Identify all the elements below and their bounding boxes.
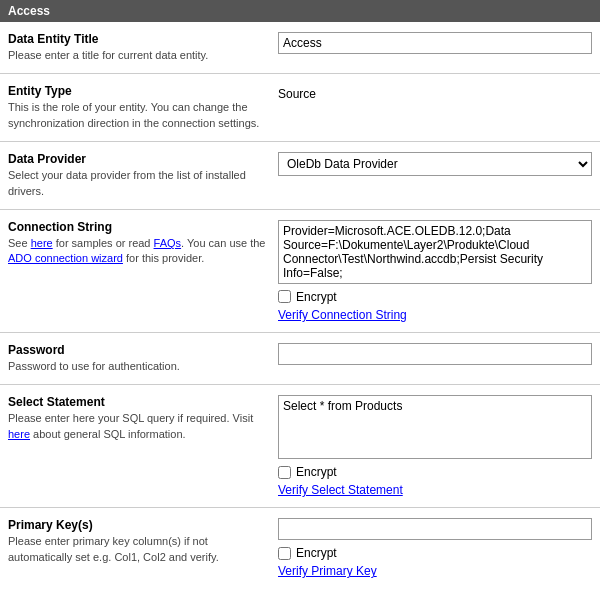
title-bar-label: Access <box>8 4 50 18</box>
encrypt-checkbox-select[interactable] <box>278 466 291 479</box>
input-col-select-statement: Select * from Products Encrypt Verify Se… <box>278 395 592 497</box>
label-primary-keys: Primary Key(s) Please enter primary key … <box>8 518 278 565</box>
here-link-connection[interactable]: here <box>31 237 53 249</box>
label-desc-data-provider: Select your data provider from the list … <box>8 168 268 199</box>
row-connection-string: Connection String See here for samples o… <box>0 210 600 333</box>
input-col-entity-type: Source <box>278 84 592 101</box>
encrypt-label-primary: Encrypt <box>296 546 337 560</box>
form-container: Data Entity Title Please enter a title f… <box>0 22 600 588</box>
encrypt-row-select: Encrypt <box>278 465 592 479</box>
label-desc-primary-keys: Please enter primary key column(s) if no… <box>8 534 268 565</box>
label-title-data-provider: Data Provider <box>8 152 268 166</box>
entity-type-value: Source <box>278 84 592 101</box>
row-entity-type: Entity Type This is the role of your ent… <box>0 74 600 142</box>
label-title-password: Password <box>8 343 268 357</box>
row-select-statement: Select Statement Please enter here your … <box>0 385 600 508</box>
input-col-data-provider: OleDb Data Provider <box>278 152 592 176</box>
select-statement-textarea[interactable]: Select * from Products <box>278 395 592 459</box>
encrypt-label-select: Encrypt <box>296 465 337 479</box>
label-select-statement: Select Statement Please enter here your … <box>8 395 278 442</box>
label-desc-connection-string: See here for samples or read FAQs. You c… <box>8 236 268 267</box>
label-title-connection-string: Connection String <box>8 220 268 234</box>
verify-connection-link[interactable]: Verify Connection String <box>278 308 592 322</box>
label-password: Password Password to use for authenticat… <box>8 343 278 374</box>
label-title-data-entity: Data Entity Title <box>8 32 268 46</box>
encrypt-checkbox-connection[interactable] <box>278 290 291 303</box>
verify-select-link[interactable]: Verify Select Statement <box>278 483 592 497</box>
encrypt-row-primary: Encrypt <box>278 546 592 560</box>
label-entity-type: Entity Type This is the role of your ent… <box>8 84 278 131</box>
encrypt-label-connection: Encrypt <box>296 290 337 304</box>
connection-string-textarea[interactable]: Provider=Microsoft.ACE.OLEDB.12.0;Data S… <box>278 220 592 284</box>
faqs-link[interactable]: FAQs <box>154 237 182 249</box>
encrypt-checkbox-primary[interactable] <box>278 547 291 560</box>
input-col-password <box>278 343 592 365</box>
input-col-data-entity <box>278 32 592 54</box>
data-provider-select[interactable]: OleDb Data Provider <box>278 152 592 176</box>
label-title-primary-keys: Primary Key(s) <box>8 518 268 532</box>
primary-keys-input[interactable] <box>278 518 592 540</box>
verify-primary-link[interactable]: Verify Primary Key <box>278 564 592 578</box>
label-data-provider: Data Provider Select your data provider … <box>8 152 278 199</box>
label-title-entity-type: Entity Type <box>8 84 268 98</box>
encrypt-row-connection: Encrypt <box>278 290 592 304</box>
title-bar: Access <box>0 0 600 22</box>
row-password: Password Password to use for authenticat… <box>0 333 600 385</box>
label-desc-select-statement: Please enter here your SQL query if requ… <box>8 411 268 442</box>
label-desc-data-entity: Please enter a title for current data en… <box>8 48 268 63</box>
password-input[interactable] <box>278 343 592 365</box>
input-col-connection-string: Provider=Microsoft.ACE.OLEDB.12.0;Data S… <box>278 220 592 322</box>
label-desc-entity-type: This is the role of your entity. You can… <box>8 100 268 131</box>
data-entity-title-input[interactable] <box>278 32 592 54</box>
label-desc-password: Password to use for authentication. <box>8 359 268 374</box>
row-primary-keys: Primary Key(s) Please enter primary key … <box>0 508 600 588</box>
input-col-primary-keys: Encrypt Verify Primary Key <box>278 518 592 578</box>
label-data-entity-title: Data Entity Title Please enter a title f… <box>8 32 278 63</box>
ado-wizard-link[interactable]: ADO connection wizard <box>8 252 123 264</box>
label-connection-string: Connection String See here for samples o… <box>8 220 278 267</box>
label-title-select-statement: Select Statement <box>8 395 268 409</box>
row-data-provider: Data Provider Select your data provider … <box>0 142 600 210</box>
here-link-select[interactable]: here <box>8 428 30 440</box>
row-data-entity-title: Data Entity Title Please enter a title f… <box>0 22 600 74</box>
